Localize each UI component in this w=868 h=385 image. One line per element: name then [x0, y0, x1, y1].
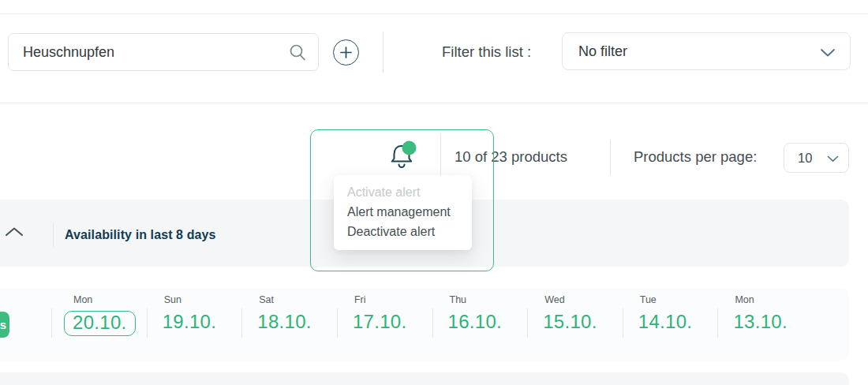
per-page-select[interactable]: 10 [784, 143, 849, 173]
menu-item-activate-alert: Activate alert [334, 182, 472, 202]
filter-select[interactable]: No filter [562, 32, 851, 70]
filter-list-label: Filter this list : [442, 43, 531, 61]
day-label: Thu [450, 294, 528, 305]
bell-icon [383, 138, 420, 174]
date-value: 16.10. [448, 311, 528, 333]
date-value: 17.10. [353, 311, 432, 333]
date-cell[interactable]: Mon 20.10. [51, 293, 147, 336]
day-label: Fri [354, 294, 432, 305]
alert-bell-button[interactable] [383, 138, 420, 174]
top-hairline [0, 13, 868, 14]
menu-item-deactivate-alert[interactable]: Deactivate alert [334, 222, 472, 241]
day-label: Sat [259, 294, 337, 305]
next-row-band [0, 372, 849, 385]
date-cell[interactable]: Sun 19.10. [147, 293, 242, 336]
selected-date-box: 20.10. [64, 311, 136, 336]
filter-select-value: No filter [578, 43, 627, 60]
date-value: 14.10. [638, 311, 718, 333]
day-label: Sun [164, 294, 242, 305]
section-title: Availability in last 8 days [65, 228, 216, 242]
chevron-down-icon [827, 155, 839, 163]
search-icon[interactable] [288, 43, 307, 62]
chevron-down-icon [820, 48, 836, 58]
menu-item-alert-management[interactable]: Alert management [334, 202, 472, 222]
chevron-up-icon [5, 226, 24, 237]
date-value: 19.10. [163, 311, 242, 333]
toolbar-divider-2 [610, 140, 611, 175]
date-cell[interactable]: Wed 15.10. [527, 293, 623, 336]
day-label: Mon [735, 294, 813, 305]
per-page-value: 10 [798, 151, 812, 166]
date-value: 13.10. [733, 311, 813, 333]
plus-icon [340, 47, 352, 58]
dates-row: Mon 20.10. Sun 19.10. Sat 18.10. Fri 17.… [51, 293, 813, 336]
date-cell[interactable]: Sat 18.10. [241, 293, 337, 336]
add-product-button[interactable] [333, 39, 359, 65]
collapse-section-button[interactable] [5, 226, 25, 241]
date-value: 20.10. [73, 312, 127, 333]
date-cell[interactable]: Mon 13.10. [717, 293, 813, 336]
day-label: Tue [640, 294, 718, 305]
date-value: 18.10. [257, 311, 337, 333]
date-cell[interactable]: Fri 17.10. [337, 293, 432, 336]
per-page-label: Products per page: [634, 148, 757, 166]
alert-active-dot [402, 141, 417, 155]
search-input[interactable] [9, 44, 288, 61]
alert-context-menu: Activate alert Alert management Deactiva… [334, 175, 472, 250]
date-cell[interactable]: Tue 14.10. [623, 293, 718, 336]
section-title-divider [53, 223, 54, 247]
toolbar-divider [440, 134, 441, 177]
search-box [8, 33, 319, 71]
edge-badge[interactable]: s [0, 312, 9, 338]
date-value: 15.10. [543, 311, 623, 333]
topbar-divider [383, 32, 383, 73]
day-label: Wed [544, 294, 623, 305]
date-cell[interactable]: Thu 16.10. [432, 293, 528, 336]
products-counter: 10 of 23 products [455, 148, 567, 166]
header-divider [0, 103, 868, 103]
day-label: Mon [73, 294, 147, 305]
